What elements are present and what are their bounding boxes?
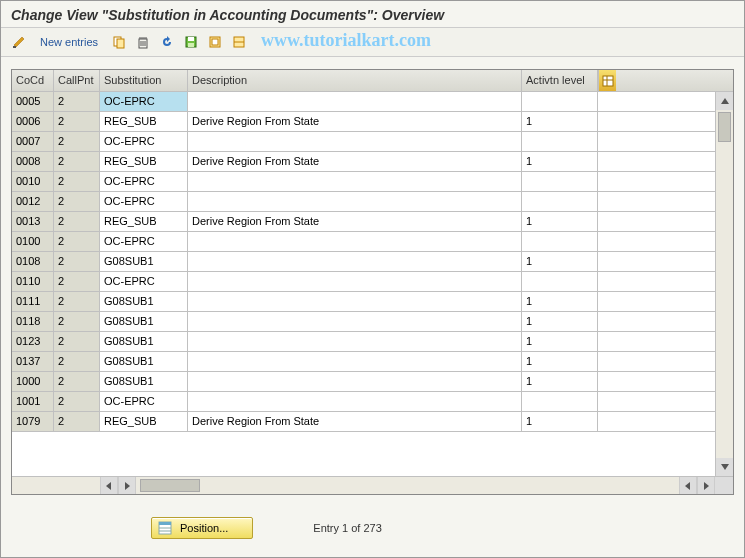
table-row[interactable]: 00102OC-EPRC <box>12 172 715 192</box>
table-row[interactable]: 00052OC-EPRC <box>12 92 715 112</box>
cell-callpnt[interactable]: 2 <box>54 292 100 311</box>
cell-activation[interactable]: 1 <box>522 372 598 391</box>
cell-substitution[interactable]: G08SUB1 <box>100 332 188 351</box>
cell-substitution[interactable]: G08SUB1 <box>100 352 188 371</box>
cell-description[interactable] <box>188 352 522 371</box>
scroll-down-icon[interactable] <box>716 458 733 476</box>
table-row[interactable]: 01182G08SUB11 <box>12 312 715 332</box>
scroll-left-icon[interactable] <box>100 477 118 494</box>
cell-activation[interactable] <box>522 232 598 251</box>
table-row[interactable]: 00062REG_SUBDerive Region From State1 <box>12 112 715 132</box>
cell-cocd[interactable]: 0100 <box>12 232 54 251</box>
cell-description[interactable] <box>188 392 522 411</box>
copy-icon[interactable] <box>109 32 129 52</box>
cell-callpnt[interactable]: 2 <box>54 332 100 351</box>
table-row[interactable]: 01372G08SUB11 <box>12 352 715 372</box>
col-header-callpnt[interactable]: CallPnt <box>54 70 100 91</box>
cell-cocd[interactable]: 1000 <box>12 372 54 391</box>
cell-cocd[interactable]: 1001 <box>12 392 54 411</box>
scroll-left-end-icon[interactable] <box>679 477 697 494</box>
cell-callpnt[interactable]: 2 <box>54 112 100 131</box>
scroll-thumb[interactable] <box>718 112 731 142</box>
cell-callpnt[interactable]: 2 <box>54 172 100 191</box>
scroll-right-end-icon[interactable] <box>697 477 715 494</box>
cell-description[interactable]: Derive Region From State <box>188 212 522 231</box>
cell-description[interactable] <box>188 172 522 191</box>
delete-icon[interactable] <box>133 32 153 52</box>
cell-description[interactable] <box>188 92 522 111</box>
cell-description[interactable] <box>188 292 522 311</box>
cell-activation[interactable]: 1 <box>522 332 598 351</box>
cell-activation[interactable]: 1 <box>522 352 598 371</box>
cell-callpnt[interactable]: 2 <box>54 372 100 391</box>
cell-cocd[interactable]: 1079 <box>12 412 54 431</box>
cell-cocd[interactable]: 0007 <box>12 132 54 151</box>
cell-cocd[interactable]: 0118 <box>12 312 54 331</box>
cell-activation[interactable]: 1 <box>522 112 598 131</box>
cell-cocd[interactable]: 0111 <box>12 292 54 311</box>
scroll-up-icon[interactable] <box>716 92 733 110</box>
cell-substitution[interactable]: OC-EPRC <box>100 272 188 291</box>
cell-activation[interactable] <box>522 172 598 191</box>
table-row[interactable]: 00072OC-EPRC <box>12 132 715 152</box>
cell-substitution[interactable]: OC-EPRC <box>100 132 188 151</box>
cell-description[interactable] <box>188 332 522 351</box>
cell-callpnt[interactable]: 2 <box>54 192 100 211</box>
cell-description[interactable] <box>188 132 522 151</box>
undo-icon[interactable] <box>157 32 177 52</box>
cell-cocd[interactable]: 0010 <box>12 172 54 191</box>
cell-cocd[interactable]: 0110 <box>12 272 54 291</box>
cell-activation[interactable] <box>522 192 598 211</box>
vertical-scrollbar[interactable] <box>715 92 733 476</box>
cell-activation[interactable] <box>522 132 598 151</box>
cell-activation[interactable]: 1 <box>522 292 598 311</box>
cell-substitution[interactable]: OC-EPRC <box>100 392 188 411</box>
cell-callpnt[interactable]: 2 <box>54 392 100 411</box>
position-button[interactable]: Position... <box>151 517 253 539</box>
col-header-substitution[interactable]: Substitution <box>100 70 188 91</box>
cell-description[interactable] <box>188 372 522 391</box>
cell-description[interactable] <box>188 232 522 251</box>
cell-activation[interactable] <box>522 272 598 291</box>
cell-activation[interactable]: 1 <box>522 412 598 431</box>
cell-substitution[interactable]: REG_SUB <box>100 152 188 171</box>
cell-cocd[interactable]: 0006 <box>12 112 54 131</box>
cell-substitution[interactable]: G08SUB1 <box>100 372 188 391</box>
cell-callpnt[interactable]: 2 <box>54 352 100 371</box>
scroll-track[interactable] <box>716 110 733 458</box>
table-row[interactable]: 01102OC-EPRC <box>12 272 715 292</box>
table-row[interactable]: 00082REG_SUBDerive Region From State1 <box>12 152 715 172</box>
cell-description[interactable]: Derive Region From State <box>188 112 522 131</box>
toggle-edit-icon[interactable] <box>9 32 29 52</box>
cell-activation[interactable]: 1 <box>522 312 598 331</box>
col-header-cocd[interactable]: CoCd <box>12 70 54 91</box>
cell-cocd[interactable]: 0013 <box>12 212 54 231</box>
cell-substitution[interactable]: OC-EPRC <box>100 92 188 111</box>
cell-callpnt[interactable]: 2 <box>54 232 100 251</box>
table-row[interactable]: 00132REG_SUBDerive Region From State1 <box>12 212 715 232</box>
cell-substitution[interactable]: OC-EPRC <box>100 172 188 191</box>
cell-substitution[interactable]: REG_SUB <box>100 212 188 231</box>
cell-activation[interactable]: 1 <box>522 152 598 171</box>
cell-cocd[interactable]: 0012 <box>12 192 54 211</box>
cell-callpnt[interactable]: 2 <box>54 272 100 291</box>
cell-description[interactable] <box>188 192 522 211</box>
save-icon[interactable] <box>181 32 201 52</box>
cell-activation[interactable]: 1 <box>522 212 598 231</box>
cell-activation[interactable]: 1 <box>522 252 598 271</box>
table-row[interactable]: 01082G08SUB11 <box>12 252 715 272</box>
cell-substitution[interactable]: G08SUB1 <box>100 292 188 311</box>
cell-substitution[interactable]: G08SUB1 <box>100 312 188 331</box>
table-row[interactable]: 00122OC-EPRC <box>12 192 715 212</box>
table-row[interactable]: 10002G08SUB11 <box>12 372 715 392</box>
cell-cocd[interactable]: 0123 <box>12 332 54 351</box>
cell-description[interactable] <box>188 272 522 291</box>
select-all-icon[interactable] <box>205 32 225 52</box>
table-row[interactable]: 01112G08SUB11 <box>12 292 715 312</box>
cell-description[interactable]: Derive Region From State <box>188 412 522 431</box>
cell-substitution[interactable]: OC-EPRC <box>100 192 188 211</box>
cell-callpnt[interactable]: 2 <box>54 132 100 151</box>
cell-cocd[interactable]: 0005 <box>12 92 54 111</box>
cell-callpnt[interactable]: 2 <box>54 212 100 231</box>
deselect-all-icon[interactable] <box>229 32 249 52</box>
